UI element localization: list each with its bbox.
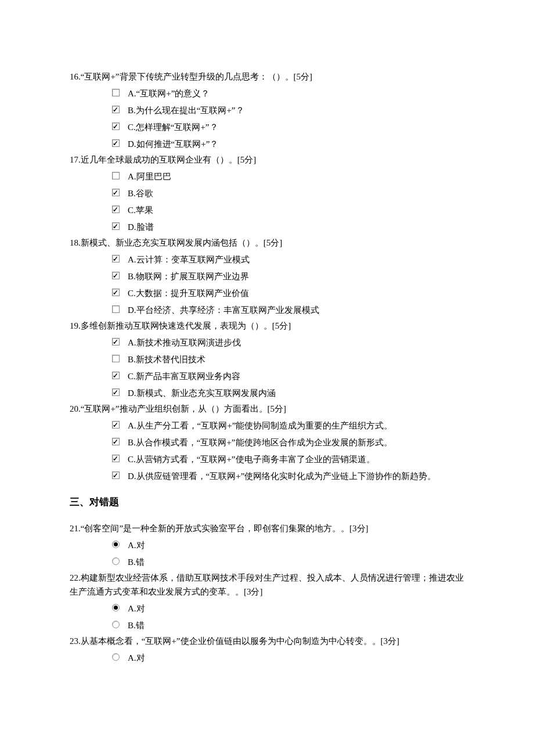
checkbox-icon[interactable] [112,106,120,113]
option-row: A.对 [110,649,464,664]
option-row: B.谷歌 [110,185,464,200]
checkbox-icon[interactable] [112,305,120,313]
option-row: B.物联网：扩展互联网产业边界 [110,268,464,283]
radio-icon[interactable] [112,557,120,565]
options: A.阿里巴巴B.谷歌C.苹果D.脸谱 [70,168,464,233]
checkbox-icon[interactable] [112,89,120,96]
option-row: A.从生产分工看，“互联网+”能使协同制造成为重要的生产组织方式。 [110,417,464,432]
checkbox[interactable] [110,222,121,230]
checkbox[interactable] [110,254,121,262]
checkbox-icon[interactable] [112,206,120,213]
checkbox-icon[interactable] [112,372,120,379]
checkbox-icon[interactable] [112,222,120,230]
checkbox-icon[interactable] [112,139,120,147]
checkbox-icon[interactable] [112,438,120,445]
radio[interactable] [110,603,121,611]
option-label: B.错 [128,618,145,632]
option-row: C.大数据：提升互联网产业价值 [110,285,464,300]
option-row: C.从营销方式看，“互联网+”使电子商务丰富了企业的营销渠道。 [110,451,464,466]
option-label: D.脸谱 [128,220,154,234]
question-16: 16.“互联网+”背景下传统产业转型升级的几点思考：（）。[5分]A.“互联网+… [70,70,464,150]
checkbox[interactable] [110,371,121,379]
checkbox[interactable] [110,139,121,147]
radio-icon[interactable] [112,604,120,611]
option-row: A.对 [110,600,464,615]
checkbox[interactable] [110,171,121,179]
option-label: C.新产品丰富互联网业务内容 [128,369,240,383]
option-row: B.从合作模式看，“互联网+”能使跨地区合作成为企业发展的新形式。 [110,434,464,449]
radio-icon[interactable] [112,653,120,661]
checkbox[interactable] [110,454,121,462]
radio[interactable] [110,620,121,628]
option-row: C.苹果 [110,201,464,217]
checkbox[interactable] [110,420,121,429]
radio-icon[interactable] [112,541,120,548]
option-label: D.新模式、新业态充实互联网发展内涵 [128,386,276,400]
checkbox[interactable] [110,188,121,196]
option-label: B.错 [128,555,145,569]
checkbox-icon[interactable] [112,272,120,279]
option-label: B.物联网：扩展互联网产业边界 [128,269,249,283]
radio[interactable] [110,653,121,661]
checkbox[interactable] [110,388,121,396]
radio[interactable] [110,557,121,565]
checkbox-icon[interactable] [112,471,120,479]
checkbox-icon[interactable] [112,189,120,196]
radio-icon[interactable] [112,621,120,628]
checkbox[interactable] [110,305,121,313]
checkbox[interactable] [110,271,121,279]
checkbox[interactable] [110,471,121,479]
checkbox[interactable] [110,122,121,130]
option-label: A.云计算：变革互联网产业模式 [128,253,250,267]
checkbox-icon[interactable] [112,338,120,345]
checkbox-icon[interactable] [112,421,120,429]
question-text: 20.“互联网+”推动产业组织创新，从（）方面看出。[5分] [70,402,464,416]
question-23: 23.从基本概念看，“互联网+”使企业价值链由以服务为中心向制造为中心转变。。[… [70,634,464,664]
option-label: B.谷歌 [128,186,153,200]
option-row: A.云计算：变革互联网产业模式 [110,251,464,266]
checkbox-icon[interactable] [112,255,120,262]
option-label: D.从供应链管理看，“互联网+”使网络化实时化成为产业链上下游协作的新趋势。 [128,469,436,483]
checkbox-icon[interactable] [112,289,120,296]
checkbox[interactable] [110,88,121,96]
checkbox[interactable] [110,354,121,362]
option-label: C.怎样理解“互联网+”？ [128,120,218,134]
options: A.新技术推动互联网演进步伐B.新技术替代旧技术C.新产品丰富互联网业务内容D.… [70,334,464,399]
checkbox-icon[interactable] [112,123,120,130]
question-text: 19.多维创新推动互联网快速迭代发展，表现为（）。[5分] [70,319,464,333]
question-list: 16.“互联网+”背景下传统产业转型升级的几点思考：（）。[5分]A.“互联网+… [70,70,464,664]
checkbox-icon[interactable] [112,455,120,462]
question-17: 17.近几年全球最成功的互联网企业有（）。[5分]A.阿里巴巴B.谷歌C.苹果D… [70,153,464,233]
option-row: C.怎样理解“互联网+”？ [110,118,464,134]
option-row: D.平台经济、共享经济：丰富互联网产业发展模式 [110,301,464,316]
option-row: B.错 [110,617,464,632]
checkbox[interactable] [110,337,121,345]
option-row: C.新产品丰富互联网业务内容 [110,368,464,383]
option-row: D.从供应链管理看，“互联网+”使网络化实时化成为产业链上下游协作的新趋势。 [110,467,464,483]
option-label: A.从生产分工看，“互联网+”能使协同制造成为重要的生产组织方式。 [128,419,392,433]
options: A.对B.错 [70,537,464,568]
options: A.对B.错 [70,600,464,632]
question-19: 19.多维创新推动互联网快速迭代发展，表现为（）。[5分]A.新技术推动互联网演… [70,319,464,399]
option-label: A.对 [128,602,145,615]
question-text: 18.新模式、新业态充实互联网发展内涵包括（）。[5分] [70,236,464,250]
option-label: D.平台经济、共享经济：丰富互联网产业发展模式 [128,303,319,317]
section-heading: 三、对错题 [70,494,464,510]
checkbox[interactable] [110,205,121,213]
checkbox[interactable] [110,288,121,296]
question-text: 21.“创客空间”是一种全新的开放式实验室平台，即创客们集聚的地方。。[3分] [70,521,464,535]
option-label: A.对 [128,538,145,552]
option-row: A.对 [110,537,464,552]
checkbox-icon[interactable] [112,388,120,396]
option-label: D.如何推进“互联网+”？ [128,137,218,151]
checkbox[interactable] [110,105,121,113]
options: A.从生产分工看，“互联网+”能使协同制造成为重要的生产组织方式。B.从合作模式… [70,417,464,483]
option-label: A.对 [128,651,145,665]
checkbox-icon[interactable] [112,355,120,362]
options: A.云计算：变革互联网产业模式B.物联网：扩展互联网产业边界C.大数据：提升互联… [70,251,464,316]
question-21: 21.“创客空间”是一种全新的开放式实验室平台，即创客们集聚的地方。。[3分]A… [70,521,464,568]
question-text: 16.“互联网+”背景下传统产业转型升级的几点思考：（）。[5分] [70,70,464,84]
radio[interactable] [110,540,121,548]
checkbox-icon[interactable] [112,172,120,179]
checkbox[interactable] [110,437,121,445]
